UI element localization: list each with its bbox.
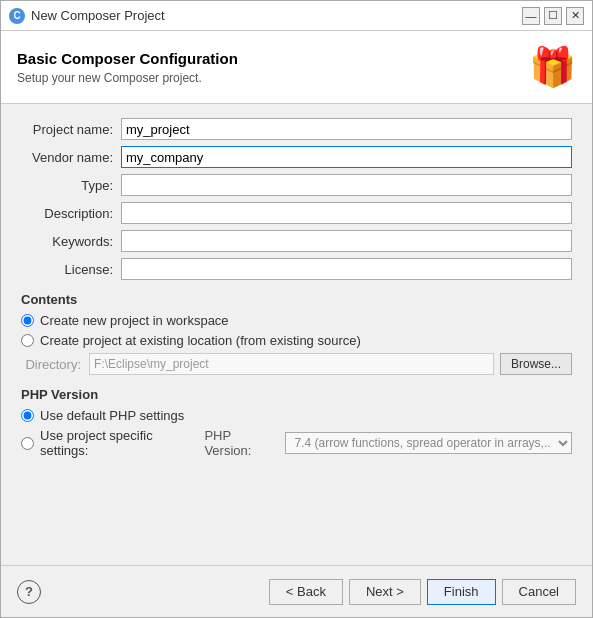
description-input[interactable]: [121, 202, 572, 224]
license-row: License:: [21, 258, 572, 280]
php-specific-label: Use project specific settings:: [40, 428, 200, 458]
vendor-name-row: Vendor name:: [21, 146, 572, 168]
header-title: Basic Composer Configuration: [17, 50, 238, 67]
php-default-radio[interactable]: [21, 409, 34, 422]
maximize-button[interactable]: ☐: [544, 7, 562, 25]
php-specific-row: Use project specific settings: PHP Versi…: [21, 428, 572, 458]
contents-option1-row: Create new project in workspace: [21, 313, 572, 328]
title-bar: C New Composer Project — ☐ ✕: [1, 1, 592, 31]
vendor-name-input[interactable]: [121, 146, 572, 168]
directory-input[interactable]: [89, 353, 494, 375]
description-row: Description:: [21, 202, 572, 224]
contents-section-title: Contents: [21, 292, 572, 307]
php-version-label: PHP Version:: [204, 428, 279, 458]
php-specific-radio[interactable]: [21, 437, 34, 450]
header-text: Basic Composer Configuration Setup your …: [17, 50, 238, 85]
header-section: Basic Composer Configuration Setup your …: [1, 31, 592, 104]
contents-option2-row: Create project at existing location (fro…: [21, 333, 572, 348]
contents-option1-radio[interactable]: [21, 314, 34, 327]
contents-option1-label: Create new project in workspace: [40, 313, 229, 328]
gift-icon: 🎁: [529, 45, 576, 89]
type-row: Type:: [21, 174, 572, 196]
type-input[interactable]: [121, 174, 572, 196]
project-name-row: Project name:: [21, 118, 572, 140]
license-input[interactable]: [121, 258, 572, 280]
window-title: New Composer Project: [31, 8, 165, 23]
contents-option2-label: Create project at existing location (fro…: [40, 333, 361, 348]
type-label: Type:: [21, 178, 121, 193]
close-button[interactable]: ✕: [566, 7, 584, 25]
php-default-row: Use default PHP settings: [21, 408, 572, 423]
keywords-input[interactable]: [121, 230, 572, 252]
project-name-label: Project name:: [21, 122, 121, 137]
php-version-section-title: PHP Version: [21, 387, 572, 402]
php-version-select[interactable]: 7.4 (arrow functions, spread operator in…: [285, 432, 572, 454]
license-label: License:: [21, 262, 121, 277]
next-button[interactable]: Next >: [349, 579, 421, 605]
keywords-label: Keywords:: [21, 234, 121, 249]
dialog-footer: ? < Back Next > Finish Cancel: [1, 565, 592, 617]
php-default-label: Use default PHP settings: [40, 408, 184, 423]
browse-button[interactable]: Browse...: [500, 353, 572, 375]
project-name-input[interactable]: [121, 118, 572, 140]
description-label: Description:: [21, 206, 121, 221]
composer-icon: C: [9, 8, 25, 24]
vendor-name-label: Vendor name:: [21, 150, 121, 165]
back-button[interactable]: < Back: [269, 579, 343, 605]
directory-row: Directory: Browse...: [21, 353, 572, 375]
cancel-button[interactable]: Cancel: [502, 579, 576, 605]
header-icon: 🎁: [528, 43, 576, 91]
minimize-button[interactable]: —: [522, 7, 540, 25]
header-subtitle: Setup your new Composer project.: [17, 71, 238, 85]
dialog-window: C New Composer Project — ☐ ✕ Basic Compo…: [0, 0, 593, 618]
contents-option2-radio[interactable]: [21, 334, 34, 347]
window-controls: — ☐ ✕: [522, 7, 584, 25]
keywords-row: Keywords:: [21, 230, 572, 252]
title-bar-left: C New Composer Project: [9, 8, 165, 24]
directory-label: Directory:: [21, 357, 89, 372]
help-button[interactable]: ?: [17, 580, 41, 604]
form-content: Project name: Vendor name: Type: Descrip…: [1, 104, 592, 565]
finish-button[interactable]: Finish: [427, 579, 496, 605]
footer-buttons: < Back Next > Finish Cancel: [269, 579, 576, 605]
